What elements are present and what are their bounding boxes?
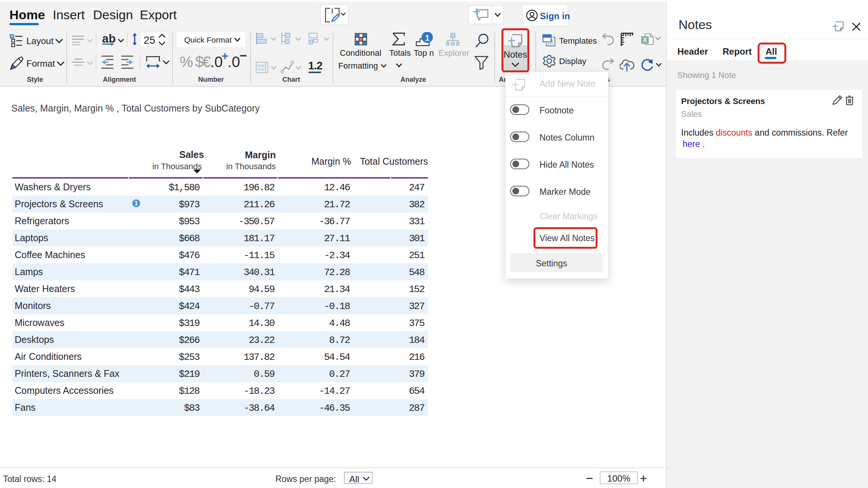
svg-text:X: X: [643, 37, 647, 44]
svg-text:1: 1: [425, 33, 429, 43]
